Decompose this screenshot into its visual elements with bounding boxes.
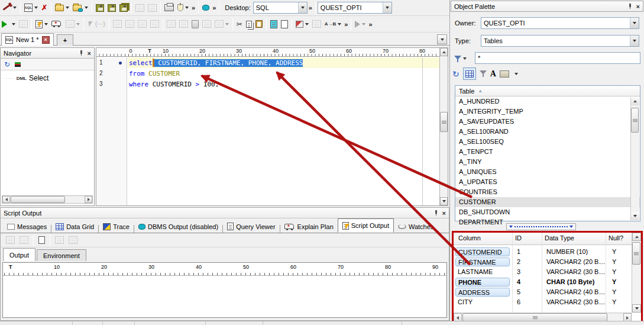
cell-column-name[interactable]: LASTNAME	[458, 268, 493, 276]
scroll-thumb[interactable]	[462, 313, 607, 321]
table-row[interactable]: FIRSTNAME 2 VARCHAR2 (20 B… Y	[454, 257, 632, 267]
open-file-button[interactable]	[54, 1, 70, 14]
funnel-plain-icon[interactable]	[480, 70, 487, 77]
grid-vscrollbar[interactable]	[632, 233, 641, 313]
close-icon[interactable]: ×	[88, 50, 91, 56]
output-area[interactable]: T 10 20 30 40 50 60 70 80 90	[2, 262, 447, 318]
code-analysis-button[interactable]	[176, 1, 190, 14]
cell-column-name[interactable]: CITY	[458, 298, 473, 307]
cut-button[interactable]: ✂	[235, 18, 244, 31]
chevron-down-icon[interactable]	[514, 73, 518, 75]
table-row[interactable]: PHONE 4 CHAR (10 Byte) Y	[454, 277, 632, 287]
scroll-thumb[interactable]	[440, 112, 448, 132]
list-item[interactable]: A_UNIQUES	[455, 167, 640, 177]
show-columns-toggle[interactable]	[463, 67, 476, 80]
list-item[interactable]: A_INTEGRITY_TEMP	[455, 107, 640, 117]
tab-messages[interactable]: Messages	[3, 220, 51, 233]
tab-new-1[interactable]: SQL New 1 * ×	[1, 33, 54, 46]
list-item-selected[interactable]: CUSTOMER	[455, 197, 640, 207]
scroll-thumb[interactable]	[631, 108, 639, 133]
toolbar-overflow-chevron[interactable]: »	[211, 5, 217, 11]
save-all-button[interactable]	[118, 1, 129, 14]
copy-button[interactable]	[245, 18, 253, 31]
scroll-thumb[interactable]	[632, 242, 640, 265]
scroll-up-icon[interactable]	[632, 233, 641, 241]
paste-button[interactable]	[254, 18, 264, 31]
chevron-down-icon[interactable]	[383, 2, 391, 13]
navigator-item-dml-select[interactable]: ···· DML Select	[5, 74, 94, 82]
tab-environment[interactable]: Environment	[37, 249, 86, 261]
owner-combo[interactable]: QUEST_OPTI	[481, 17, 639, 29]
chevron-down-icon[interactable]	[298, 2, 307, 13]
list-item[interactable]: A_SEL100RAND	[455, 127, 640, 137]
toolbar-overflow-chevron[interactable]: »	[308, 5, 313, 11]
tab-dbms-output[interactable]: DBMS Output (disabled)	[134, 220, 222, 233]
execute-as-script-button[interactable]	[34, 18, 49, 31]
scroll-up-icon[interactable]	[631, 97, 639, 105]
tab-watches[interactable]: Watches	[394, 220, 438, 233]
explain-plan-button[interactable]	[50, 18, 63, 31]
cell-column-name[interactable]: FIRSTNAME	[455, 258, 510, 266]
scroll-down-icon[interactable]	[632, 304, 641, 313]
schema-browser-button[interactable]	[201, 1, 211, 14]
tab-output[interactable]: Output	[3, 248, 35, 261]
cell-column-name[interactable]: ADDRESS	[455, 288, 510, 297]
tab-data-grid[interactable]: Data Grid	[51, 220, 98, 233]
tab-close-button[interactable]: ×	[42, 36, 50, 44]
chevron-down-icon[interactable]	[630, 18, 639, 28]
cell-column-name[interactable]: CUSTOMERID	[455, 247, 510, 256]
cell-column-name[interactable]: PHONE	[455, 278, 510, 287]
print-button[interactable]	[163, 1, 175, 14]
table-list-header[interactable]: Table ▲	[455, 86, 640, 96]
tab-trace[interactable]: Trace	[99, 220, 134, 233]
table-row[interactable]: CUSTOMERID 1 NUMBER (10) Y	[454, 247, 632, 257]
table-list[interactable]: Table ▲ A_HUNDRED A_INTEGRITY_TEMP A_SAV…	[455, 85, 640, 221]
trash-button[interactable]	[190, 18, 200, 31]
splitter-collapse-button[interactable]	[506, 223, 576, 230]
load-from-database-button[interactable]	[72, 1, 89, 14]
filter-button[interactable]	[453, 52, 468, 65]
table-row[interactable]: LASTNAME 3 VARCHAR2 (30 B… Y	[454, 267, 632, 277]
toolbar-overflow-chevron[interactable]: »	[367, 21, 373, 27]
tab-list-dropdown-button[interactable]	[437, 34, 447, 44]
pin-icon[interactable]	[627, 4, 633, 9]
legend-icon[interactable]	[15, 62, 21, 67]
new-sql-window-button[interactable]: SQL	[23, 1, 39, 14]
list-item[interactable]: A_TINY	[455, 157, 640, 167]
list-item[interactable]: DB_SHUTDOWN	[455, 207, 640, 217]
list-item[interactable]: A_TENPCT	[455, 147, 640, 157]
refresh-icon[interactable]: ↻	[4, 61, 10, 68]
execute-statement-button[interactable]	[1, 18, 17, 31]
scroll-right-icon[interactable]	[85, 196, 92, 203]
code-line-3[interactable]: where CUSTOMERID > 100;	[129, 79, 439, 89]
sql-editor[interactable]: 0 10 20 30 40 50 60 70 80 T 1 2 3 select…	[96, 47, 448, 206]
new-tab-button[interactable]: +	[57, 34, 73, 46]
type-combo[interactable]: Tables	[481, 35, 639, 47]
list-item[interactable]: A_SEL100SEQ	[455, 137, 640, 147]
toolbar-overflow-chevron[interactable]: »	[343, 21, 349, 27]
desktop-combo[interactable]: SQL	[253, 2, 308, 14]
table-list-vscrollbar[interactable]	[630, 97, 639, 220]
scroll-up-icon[interactable]	[440, 48, 448, 56]
find-replace-button[interactable]: A→B	[323, 18, 343, 31]
tab-script-output[interactable]: Script Output	[338, 218, 394, 233]
refresh-icon[interactable]: ↻	[452, 70, 459, 78]
new-document-button[interactable]	[280, 18, 289, 31]
code-line-2[interactable]: from CUSTOMER	[129, 68, 439, 79]
chevron-down-icon[interactable]	[630, 36, 639, 46]
table-row[interactable]: CITY 6 VARCHAR2 (30 B… Y	[454, 297, 632, 307]
connect-button[interactable]	[1, 1, 18, 14]
close-icon[interactable]: ×	[636, 4, 640, 9]
table-row[interactable]: ADDRESS 5 VARCHAR2 (40 B… Y	[454, 287, 632, 297]
end-connection-button[interactable]: ✗	[40, 1, 48, 14]
close-icon[interactable]: ×	[442, 210, 446, 216]
scroll-thumb[interactable]	[11, 196, 65, 203]
filter-input[interactable]	[475, 52, 640, 64]
scroll-down-icon[interactable]	[440, 197, 448, 205]
save-button[interactable]	[95, 1, 105, 14]
pin-icon[interactable]	[79, 50, 84, 56]
column-grid-header[interactable]: Column ID Data Type Null?	[454, 233, 632, 245]
highlight-button[interactable]	[295, 18, 310, 31]
column-grid[interactable]: Column ID Data Type Null? CUSTOMERID 1 N…	[454, 233, 641, 322]
tab-query-viewer[interactable]: Query Viewer	[223, 220, 279, 233]
